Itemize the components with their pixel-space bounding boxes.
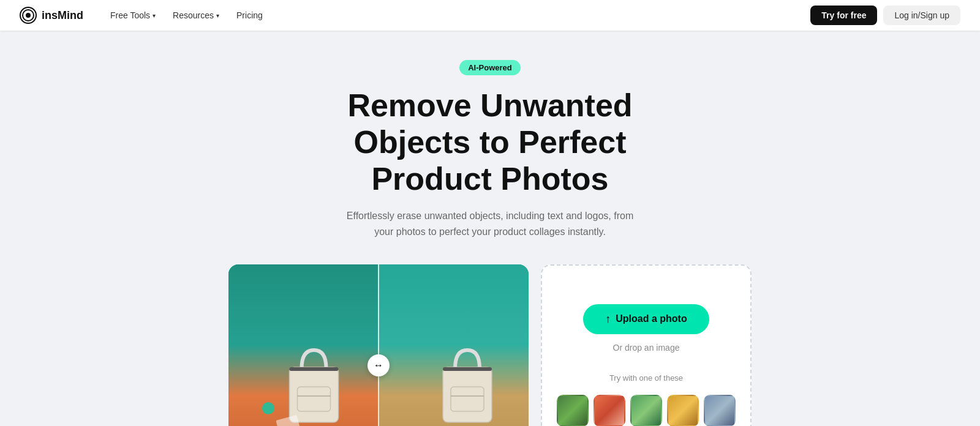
svg-rect-2 (289, 367, 338, 422)
bag-illustration (280, 338, 347, 426)
logo-icon (20, 7, 37, 24)
svg-point-1 (26, 13, 31, 18)
chevron-down-icon: ▾ (216, 12, 219, 19)
login-signup-button[interactable]: Log in/Sign up (883, 6, 960, 25)
divider-handle[interactable]: ↔ (368, 354, 390, 376)
upload-photo-button[interactable]: ↑ Upload a photo (583, 304, 709, 334)
svg-rect-9 (443, 367, 492, 371)
before-after-demo: Before After (228, 264, 529, 426)
nav-links: Free Tools ▾ Resources ▾ Pricing (103, 7, 810, 24)
bag-illustration-after (434, 338, 501, 426)
svg-rect-6 (443, 367, 492, 422)
sample-thumb-3[interactable] (630, 395, 662, 426)
sample-thumb-5[interactable] (704, 395, 736, 426)
hero-section: AI-Powered Remove Unwanted Objects to Pe… (0, 31, 980, 426)
nav-actions: Try for free Log in/Sign up (810, 6, 960, 25)
nav-free-tools[interactable]: Free Tools ▾ (103, 7, 163, 24)
after-panel: After (379, 264, 529, 426)
ai-powered-badge: AI-Powered (459, 60, 521, 75)
sample-thumb-1[interactable] (557, 395, 589, 426)
divider-line (378, 264, 379, 426)
hero-subtitle: Effortlessly erase unwanted objects, inc… (343, 208, 637, 239)
before-after-inner: Before After (228, 264, 529, 426)
before-panel: Before (228, 264, 379, 426)
main-content: Before After (216, 264, 764, 426)
sample-thumb-4[interactable] (667, 395, 699, 426)
upload-button-label: Upload a photo (616, 313, 687, 324)
handle-icon: ↔ (374, 360, 383, 371)
logo-link[interactable]: insMind (20, 7, 83, 24)
sample-thumbnails (557, 395, 736, 426)
deco-ball (262, 402, 274, 414)
logo-text: insMind (42, 9, 83, 22)
navigation: insMind Free Tools ▾ Resources ▾ Pricing… (0, 0, 980, 31)
try-for-free-button[interactable]: Try for free (810, 6, 877, 25)
svg-rect-5 (289, 367, 338, 371)
upload-icon: ↑ (605, 313, 611, 326)
hero-title: Remove Unwanted Objects to Perfect Produ… (347, 88, 632, 197)
upload-dropzone[interactable]: ↑ Upload a photo Or drop an image Try wi… (541, 264, 752, 426)
samples-label: Try with one of these (609, 373, 683, 383)
nav-pricing[interactable]: Pricing (229, 7, 270, 24)
nav-resources[interactable]: Resources ▾ (165, 7, 227, 24)
chevron-down-icon: ▾ (153, 12, 156, 19)
drop-hint: Or drop an image (613, 343, 680, 353)
sample-thumb-2[interactable] (594, 395, 625, 426)
after-scene (379, 264, 529, 426)
before-scene (228, 264, 379, 426)
